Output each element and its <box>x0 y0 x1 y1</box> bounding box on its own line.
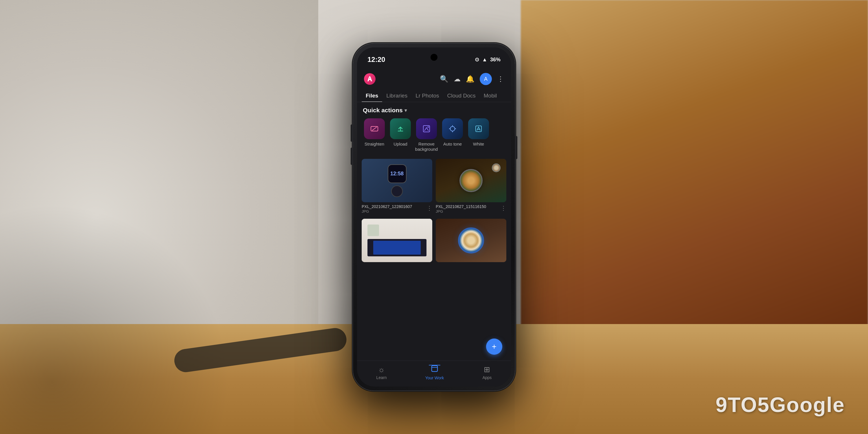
file-meta-1: PXL_20210627_122801607 JPG ⋮ <box>362 202 432 215</box>
wifi-icon: ▲ <box>482 57 487 63</box>
alarm-icon: ⊙ <box>475 56 479 63</box>
qa-remove-bg-label: Removebackground <box>415 142 438 152</box>
tab-cloud-docs[interactable]: Cloud Docs <box>443 90 480 102</box>
bg-shadow <box>0 174 260 434</box>
qa-upload[interactable]: Upload <box>389 118 412 152</box>
fab-add-button[interactable]: + <box>486 339 502 355</box>
file-item-3[interactable] <box>362 219 432 266</box>
topbar-icons: 🔍 ☁ 🔔 A ⋮ <box>440 73 504 85</box>
file-meta-3 <box>362 262 432 266</box>
bell-icon[interactable]: 🔔 <box>466 75 474 83</box>
camera-cutout <box>431 54 437 61</box>
file-more-icon-1[interactable]: ⋮ <box>427 205 432 212</box>
app-content: 🔍 ☁ 🔔 A ⋮ Files Libraries <box>357 68 511 361</box>
file-thumb-cappuccino <box>436 219 506 262</box>
file-grid: 12:58 PXL_20210627_122801607 JPG ⋮ <box>357 157 511 268</box>
power-button[interactable] <box>515 136 517 159</box>
status-icons: ⊙ ▲ 36% <box>475 56 500 63</box>
adobe-logo <box>364 73 376 85</box>
qa-white[interactable]: White <box>467 118 490 152</box>
file-thumb-watch: 12:58 <box>362 159 432 202</box>
file-type-1: JPG <box>362 209 412 214</box>
qa-remove-bg[interactable]: Removebackground <box>415 118 438 152</box>
tab-mobile[interactable]: Mobil <box>480 90 501 102</box>
svg-point-3 <box>427 126 429 128</box>
more-menu-icon[interactable]: ⋮ <box>497 75 504 83</box>
straighten-icon-bg <box>364 118 385 139</box>
file-name-1: PXL_20210627_122801607 <box>362 204 412 209</box>
cloud-icon[interactable]: ☁ <box>454 75 461 83</box>
watermark: 9TO5Google <box>715 393 845 416</box>
file-item-4[interactable] <box>436 219 506 266</box>
tab-files[interactable]: Files <box>362 90 382 102</box>
phone-screen: 12:20 ⊙ ▲ 36% 🔍 <box>357 48 511 386</box>
nav-tabs: Files Libraries Lr Photos Cloud Docs Mob… <box>357 90 511 102</box>
quick-actions-row: Straighten Upload <box>357 116 511 157</box>
svg-line-1 <box>372 127 377 130</box>
fab-plus-icon: + <box>492 342 496 351</box>
svg-rect-10 <box>432 366 437 372</box>
chevron-down-icon: ▾ <box>404 107 407 113</box>
qa-straighten[interactable]: Straighten <box>363 118 386 152</box>
file-thumb-coffee <box>436 159 506 202</box>
file-meta-4 <box>436 262 506 266</box>
file-more-icon-2[interactable]: ⋮ <box>500 205 506 212</box>
nav-your-work-label: Your Work <box>425 376 444 380</box>
bottom-nav: ☼ Learn Your Work ⊞ Apps <box>357 361 511 386</box>
search-icon[interactable]: 🔍 <box>440 75 448 83</box>
nav-item-learn[interactable]: ☼ Learn <box>376 365 387 380</box>
apps-icon: ⊞ <box>484 365 490 374</box>
quick-actions-header[interactable]: Quick actions ▾ <box>357 102 511 116</box>
file-thumb-tv <box>362 219 432 262</box>
file-item-2[interactable]: PXL_20210627_115116150 JPG ⋮ <box>436 159 506 215</box>
white-icon-bg <box>468 118 489 139</box>
file-name-2: PXL_20210627_115116150 <box>436 204 486 209</box>
auto-tone-icon-bg <box>442 118 463 139</box>
qa-upload-label: Upload <box>394 142 407 147</box>
tab-lr-photos[interactable]: Lr Photos <box>411 90 443 102</box>
file-type-2: JPG <box>436 209 486 214</box>
phone-device: 12:20 ⊙ ▲ 36% 🔍 <box>353 43 515 391</box>
svg-point-4 <box>450 126 455 131</box>
volume-up-button[interactable] <box>351 124 353 142</box>
qa-auto-tone[interactable]: Auto tone <box>441 118 464 152</box>
battery-text: 36% <box>490 57 500 63</box>
tab-libraries[interactable]: Libraries <box>382 90 411 102</box>
nav-learn-label: Learn <box>376 375 387 380</box>
nav-apps-label: Apps <box>482 375 492 380</box>
qa-white-label: White <box>473 142 484 147</box>
qa-straighten-label: Straighten <box>365 142 384 147</box>
status-time: 12:20 <box>368 56 385 64</box>
nav-item-apps[interactable]: ⊞ Apps <box>482 365 492 380</box>
user-avatar[interactable]: A <box>480 73 492 85</box>
file-item-1[interactable]: 12:58 PXL_20210627_122801607 JPG ⋮ <box>362 159 432 215</box>
volume-down-button[interactable] <box>351 148 353 165</box>
your-work-icon <box>431 365 438 374</box>
file-meta-2: PXL_20210627_115116150 JPG ⋮ <box>436 202 506 215</box>
remove-bg-icon-bg <box>416 118 437 139</box>
active-bar <box>429 365 440 365</box>
nav-item-your-work[interactable]: Your Work <box>425 365 444 380</box>
app-topbar: 🔍 ☁ 🔔 A ⋮ <box>357 68 511 90</box>
qa-auto-tone-label: Auto tone <box>443 142 462 147</box>
phone-body: 12:20 ⊙ ▲ 36% 🔍 <box>353 43 515 391</box>
upload-icon-bg <box>390 118 411 139</box>
learn-icon: ☼ <box>378 365 385 374</box>
